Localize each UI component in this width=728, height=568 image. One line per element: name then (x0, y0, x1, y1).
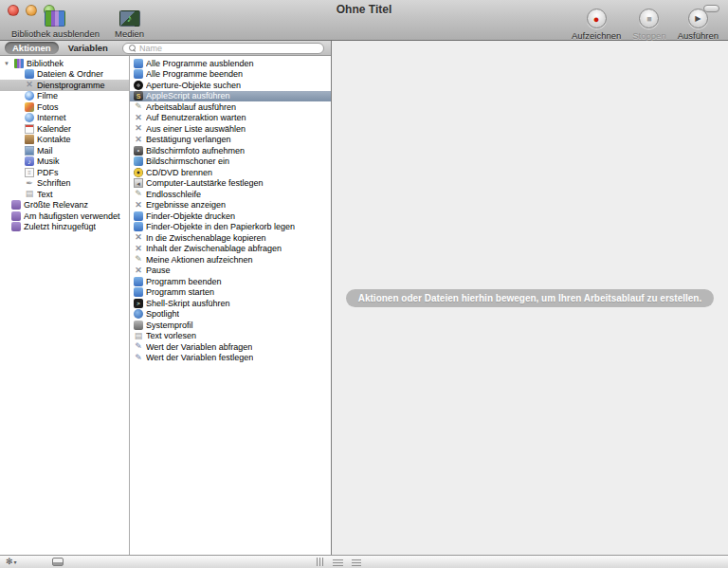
action-item[interactable]: ✕ Bestätigung verlangen (130, 135, 331, 146)
action-item-label: Computer-Lautstärke festlegen (146, 178, 264, 188)
finder-icon (134, 222, 143, 231)
action-item[interactable]: Alle Programme ausblenden (130, 58, 331, 69)
sidebar-item[interactable]: Am häufigsten verwendet (0, 211, 129, 222)
burn-icon (134, 168, 143, 177)
search-input[interactable] (139, 44, 318, 53)
utilities-icon: ✕ (134, 244, 143, 253)
smart-folder-icon (11, 211, 21, 221)
globe-icon (25, 113, 34, 122)
action-item-label: Programm beenden (146, 277, 222, 286)
drag-handle-icon[interactable] (317, 558, 324, 566)
toolbar-button[interactable]: ■ Stoppen (632, 9, 665, 41)
sidebar-item[interactable]: ✕ Dienstprogramme (0, 80, 129, 91)
fonts-icon: ✒ (25, 178, 34, 188)
media-browser-button[interactable] (52, 558, 64, 566)
sidebar-item-label: Dienstprogramme (37, 81, 105, 90)
segmented-control: Aktionen Variablen (5, 42, 116, 54)
sidebar-item[interactable]: Kontakte (0, 135, 129, 146)
search-field[interactable] (122, 43, 324, 54)
sidebar-item[interactable]: Mail (0, 145, 129, 156)
action-item[interactable]: Aperture-Objekte suchen (130, 80, 331, 91)
finder-icon (134, 69, 143, 79)
action-item[interactable]: Spotlight (130, 309, 331, 321)
action-item-label: Bildschirmschoner ein (146, 156, 229, 166)
status-bar: ✻▾ (0, 555, 728, 568)
utilities-icon: ✕ (25, 81, 34, 90)
action-item-label: CD/DVD brennen (146, 168, 212, 177)
action-item[interactable]: ✎ Wert der Variablen festlegen (130, 353, 331, 364)
action-item-label: Bildschirmfoto aufnehmen (146, 146, 245, 156)
action-item[interactable]: ✎ Arbeitsablauf ausführen (130, 101, 331, 113)
action-item[interactable]: Systemprofil (130, 320, 331, 331)
sidebar-item-label: PDFs (37, 168, 59, 177)
sidebar-item[interactable]: ▼ Bibliothek (0, 58, 129, 69)
finder-icon (134, 211, 143, 221)
automator-window: Ohne Titel Bibliothek ausblenden ♪ Medie… (0, 0, 728, 568)
library-lists: ▼ Bibliothek Dateien & Ordner (0, 56, 331, 555)
list-view-icon[interactable] (333, 559, 343, 566)
sidebar-item[interactable]: ♪ Musik (0, 156, 129, 168)
disclosure-triangle-icon[interactable]: ▼ (4, 61, 11, 66)
action-item-label: Systemprofil (146, 321, 193, 330)
action-item[interactable]: Bildschirmschoner ein (130, 156, 331, 168)
toolbar-button[interactable]: ▶ Ausführen (678, 9, 719, 41)
action-item[interactable]: Finder-Objekte in den Papierkorb legen (130, 222, 331, 233)
sidebar-item[interactable]: Kalender (0, 123, 129, 135)
sidebar-item[interactable]: ▤ Text (0, 189, 129, 200)
sidebar-item-label: Text (37, 190, 53, 199)
action-item[interactable]: ✎ Meine Aktionen aufzeichnen (130, 254, 331, 266)
sidebar-item-label: Dateien & Ordner (37, 69, 103, 79)
action-item[interactable]: ▤ Text vorlesen (130, 331, 331, 342)
workflow-pen-icon: ✎ (134, 255, 143, 265)
workflow-canvas[interactable]: Aktionen oder Dateien hierhin bewegen, u… (332, 41, 728, 555)
action-item-label: Alle Programme beenden (146, 69, 243, 79)
action-item[interactable]: ✕ Inhalt der Zwischenablage abfragen (130, 244, 331, 255)
action-item-label: Wert der Variablen abfragen (146, 342, 252, 352)
action-item[interactable]: ✕ Auf Benutzeraktion warten (130, 113, 331, 124)
media-button[interactable]: ♪ Medien (115, 10, 144, 39)
action-item[interactable]: > Shell-Skript ausführen (130, 298, 331, 309)
sidebar-item-label: Zuletzt hinzugefügt (24, 222, 96, 231)
action-item[interactable]: ◂ Computer-Lautstärke festlegen (130, 178, 331, 190)
action-item[interactable]: CD/DVD brennen (130, 167, 331, 178)
empty-state-message: Aktionen oder Dateien hierhin bewegen, u… (346, 289, 714, 307)
sidebar-item[interactable]: Größte Relevanz (0, 200, 129, 211)
variable-pen-icon: ✎ (134, 353, 143, 362)
sidebar-item[interactable]: Zuletzt hinzugefügt (0, 222, 129, 233)
action-item[interactable]: Alle Programme beenden (130, 69, 331, 81)
action-item[interactable]: ✕ In die Zwischenablage kopieren (130, 232, 331, 244)
action-item[interactable]: Finder-Objekte drucken (130, 211, 331, 222)
action-item[interactable]: ✎ Endlosschleife (130, 189, 331, 200)
sidebar-item[interactable]: Filme (0, 91, 129, 102)
utilities-icon: ✕ (134, 135, 143, 144)
action-item[interactable]: • Bildschirmfoto aufnehmen (130, 145, 331, 156)
sidebar-item-label: Schriften (37, 178, 71, 188)
action-item-label: Spotlight (146, 309, 179, 319)
utilities-icon: ✕ (134, 266, 143, 275)
toolbar-button[interactable]: ● Aufzeichnen (572, 9, 621, 41)
sidebar-item[interactable]: ✒ Schriften (0, 178, 129, 190)
action-item[interactable]: Programm starten (130, 287, 331, 299)
sidebar-item[interactable]: Internet (0, 113, 129, 124)
filter-segment[interactable]: Variablen (61, 42, 116, 54)
music-icon: ♪ (25, 156, 34, 166)
sidebar-item-label: Am häufigsten verwendet (24, 211, 120, 221)
library-panel: Aktionen Variablen ▼ Bibli (0, 41, 332, 555)
filter-segment[interactable]: Aktionen (5, 42, 59, 54)
action-item[interactable]: ✕ Ergebnisse anzeigen (130, 200, 331, 211)
action-item-label: Aus einer Liste auswählen (146, 124, 246, 134)
gear-icon: ✻ (6, 558, 13, 566)
sidebar-item-label: Musik (37, 156, 60, 166)
library-sidebar: ▼ Bibliothek Dateien & Ordner (0, 56, 130, 555)
action-item[interactable]: ✎ Wert der Variablen abfragen (130, 341, 331, 353)
sidebar-item[interactable]: Fotos (0, 101, 129, 113)
action-item[interactable]: ✕ Aus einer Liste auswählen (130, 123, 331, 135)
action-item[interactable]: Programm beenden (130, 276, 331, 287)
action-item[interactable]: ✕ Pause (130, 266, 331, 277)
library-toggle-button[interactable]: Bibliothek ausblenden (11, 10, 100, 39)
action-item[interactable]: S AppleScript ausführen (130, 91, 331, 102)
sidebar-item[interactable]: ≡ PDFs (0, 167, 129, 178)
sidebar-item[interactable]: Dateien & Ordner (0, 69, 129, 81)
compact-view-icon[interactable] (352, 559, 361, 566)
gear-menu-button[interactable]: ✻▾ (6, 558, 17, 566)
